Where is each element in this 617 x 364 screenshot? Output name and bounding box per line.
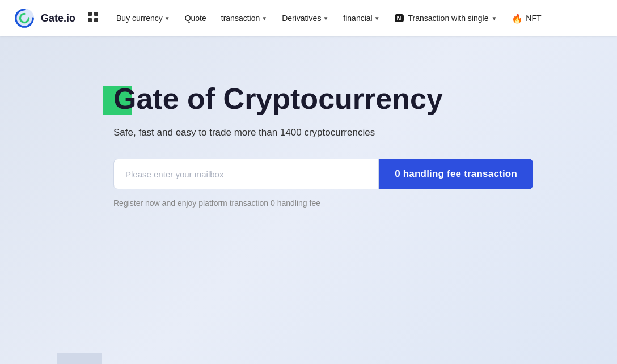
- register-button[interactable]: 0 handling fee transaction: [379, 159, 533, 189]
- nav-item-transaction[interactable]: transaction ▼: [215, 10, 273, 26]
- hero-note: Register now and enjoy platform transact…: [113, 198, 320, 208]
- hero-cta: 0 handling fee transaction: [113, 159, 533, 189]
- nav-item-financial[interactable]: financial ▼: [337, 10, 385, 26]
- dropdown-arrow: ▼: [323, 15, 328, 22]
- gateio-logo-icon: [14, 7, 35, 29]
- svg-rect-3: [88, 18, 92, 22]
- svg-rect-2: [94, 12, 98, 16]
- svg-point-0: [15, 9, 34, 28]
- nav-item-transaction-single[interactable]: N Transaction with single ▼: [389, 10, 503, 26]
- dropdown-arrow: ▼: [164, 15, 170, 22]
- dropdown-arrow: ▼: [374, 15, 380, 22]
- hero-title: Gate of Cryptocurrency: [113, 82, 443, 116]
- grid-icon[interactable]: [87, 11, 99, 26]
- dropdown-arrow: ▼: [261, 15, 267, 22]
- n-badge: N: [395, 14, 404, 22]
- brand-name: Gate.io: [41, 12, 75, 24]
- svg-rect-1: [88, 12, 92, 16]
- nav-items: Buy currency ▼ Quote transaction ▼ Deriv…: [111, 10, 603, 27]
- nav-item-nft[interactable]: 🔥 NFT: [506, 10, 547, 27]
- bottom-partial-decoration: [57, 353, 102, 364]
- hero-subtitle: Safe, fast and easy to trade more than 1…: [113, 127, 375, 138]
- hero-section: Gate of Cryptocurrency Safe, fast and ea…: [0, 36, 617, 364]
- nav-item-derivatives[interactable]: Derivatives ▼: [276, 10, 334, 26]
- hero-title-wrapper: Gate of Cryptocurrency: [113, 82, 443, 116]
- nav-item-quote[interactable]: Quote: [179, 10, 212, 26]
- flame-icon: 🔥: [512, 13, 523, 24]
- nav-item-buy-currency[interactable]: Buy currency ▼: [111, 10, 176, 26]
- logo[interactable]: Gate.io: [14, 7, 75, 29]
- navbar: Gate.io Buy currency ▼ Quote transaction…: [0, 0, 617, 36]
- svg-rect-4: [94, 18, 98, 22]
- email-input[interactable]: [113, 159, 379, 189]
- dropdown-arrow: ▼: [491, 15, 497, 22]
